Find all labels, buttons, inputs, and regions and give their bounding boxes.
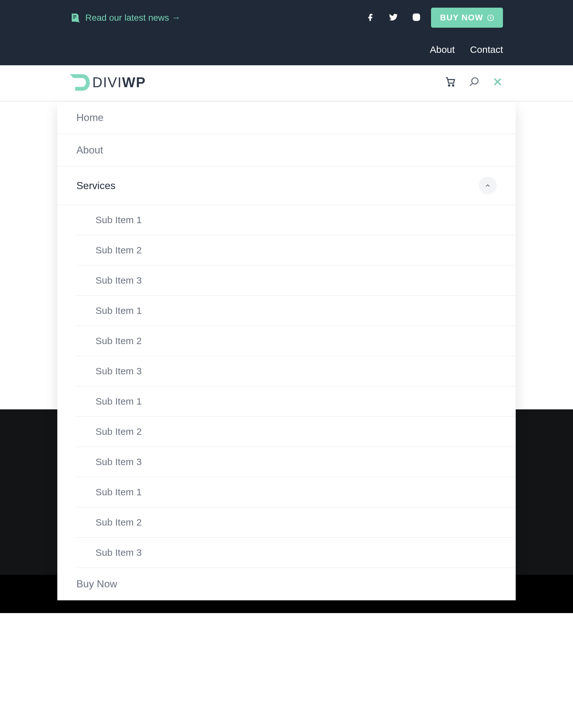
facebook-link[interactable] — [366, 13, 375, 23]
sub-item[interactable]: Sub Item 1 — [76, 205, 516, 235]
svg-rect-2 — [73, 18, 75, 18]
social-icons — [366, 13, 421, 23]
svg-rect-0 — [73, 15, 76, 16]
mobile-menu: Home About Services Sub Item 1 Sub Item … — [57, 102, 516, 601]
secondary-link-about[interactable]: About — [430, 44, 455, 55]
sub-item[interactable]: Sub Item 1 — [76, 386, 516, 417]
search-icon — [469, 76, 479, 87]
header-icons — [445, 76, 503, 89]
cart-icon — [445, 76, 456, 87]
services-submenu: Sub Item 1 Sub Item 2 Sub Item 3 Sub Ite… — [76, 205, 516, 568]
svg-point-9 — [449, 85, 450, 86]
close-icon — [492, 76, 503, 87]
cart-link[interactable] — [445, 76, 456, 89]
twitter-link[interactable] — [389, 13, 398, 23]
sub-item[interactable]: Sub Item 3 — [76, 538, 516, 568]
logo-text: DIVIWP — [92, 74, 146, 90]
menu-item-buy-now[interactable]: Buy Now — [57, 568, 516, 601]
news-link[interactable]: Read our latest news → — [70, 12, 180, 23]
secondary-link-contact[interactable]: Contact — [470, 44, 503, 55]
logo[interactable]: DIVIWP — [70, 74, 146, 91]
sub-item[interactable]: Sub Item 2 — [76, 326, 516, 356]
secondary-nav: About Contact — [57, 35, 516, 65]
search-link[interactable] — [469, 76, 479, 89]
menu-item-label: About — [76, 144, 103, 156]
arrow-circle-icon — [487, 14, 494, 21]
topbar: Read our latest news → BUY NOW About Co — [0, 0, 573, 65]
news-link-label: Read our latest news → — [85, 13, 180, 23]
document-search-icon — [70, 12, 80, 23]
svg-point-10 — [452, 85, 454, 86]
facebook-icon — [366, 13, 375, 22]
sub-item[interactable]: Sub Item 3 — [76, 265, 516, 296]
menu-item-label: Buy Now — [76, 578, 117, 590]
svg-point-8 — [488, 15, 493, 20]
sub-item[interactable]: Sub Item 2 — [76, 507, 516, 538]
close-menu-link[interactable] — [492, 76, 503, 89]
instagram-icon — [412, 13, 421, 22]
collapse-toggle[interactable] — [479, 177, 497, 195]
sub-item[interactable]: Sub Item 1 — [76, 477, 516, 507]
svg-line-4 — [78, 21, 79, 22]
topbar-actions: BUY NOW — [366, 8, 503, 28]
sub-item[interactable]: Sub Item 2 — [76, 235, 516, 265]
svg-point-11 — [472, 78, 478, 84]
svg-rect-1 — [73, 16, 76, 17]
sub-item[interactable]: Sub Item 2 — [76, 417, 516, 447]
sub-item[interactable]: Sub Item 3 — [76, 447, 516, 477]
instagram-link[interactable] — [412, 13, 421, 23]
twitter-icon — [389, 13, 398, 22]
svg-point-6 — [415, 15, 418, 18]
menu-item-label: Services — [76, 180, 115, 192]
svg-line-12 — [470, 83, 473, 86]
sub-item[interactable]: Sub Item 1 — [76, 296, 516, 326]
sub-item[interactable]: Sub Item 3 — [76, 356, 516, 386]
buy-now-label: BUY NOW — [440, 13, 483, 22]
logo-mark-icon — [70, 74, 90, 91]
menu-item-about[interactable]: About — [57, 134, 516, 166]
svg-point-7 — [418, 15, 419, 15]
chevron-up-icon — [484, 182, 491, 189]
buy-now-button[interactable]: BUY NOW — [431, 8, 503, 28]
menu-item-home[interactable]: Home — [57, 102, 516, 134]
menu-item-services[interactable]: Services — [57, 166, 516, 205]
main-header: DIVIWP — [0, 65, 573, 102]
menu-item-label: Home — [76, 112, 103, 123]
